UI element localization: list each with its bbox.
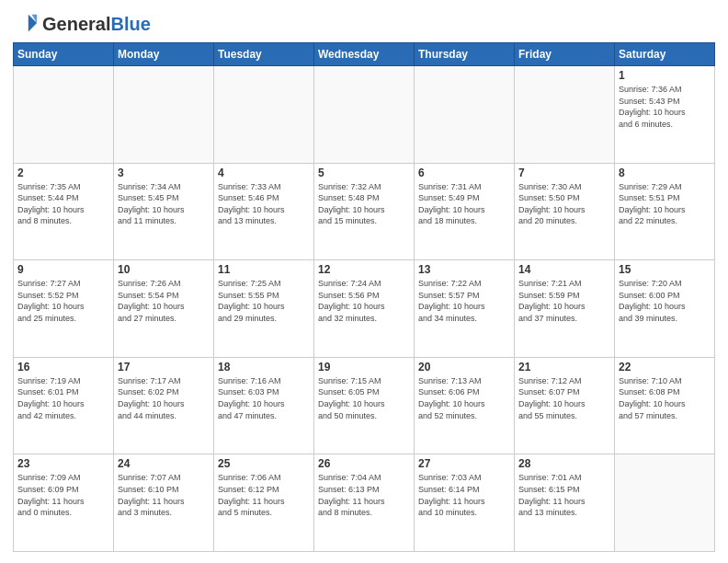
day-cell: 23Sunrise: 7:09 AM Sunset: 6:09 PM Dayli… xyxy=(14,454,114,552)
day-info: Sunrise: 7:06 AM Sunset: 6:12 PM Dayligh… xyxy=(218,472,310,518)
day-number: 15 xyxy=(619,263,711,276)
day-number: 27 xyxy=(418,457,510,470)
day-cell xyxy=(214,66,314,164)
day-cell: 22Sunrise: 7:10 AM Sunset: 6:08 PM Dayli… xyxy=(615,357,715,454)
day-cell xyxy=(515,66,615,164)
day-number: 17 xyxy=(118,361,210,373)
day-number: 3 xyxy=(118,167,210,179)
day-number: 19 xyxy=(318,361,410,373)
day-info: Sunrise: 7:20 AM Sunset: 6:00 PM Dayligh… xyxy=(619,278,711,324)
day-number: 10 xyxy=(118,263,210,276)
day-info: Sunrise: 7:09 AM Sunset: 6:09 PM Dayligh… xyxy=(17,472,109,518)
day-header-sunday: Sunday xyxy=(14,43,114,66)
day-info: Sunrise: 7:10 AM Sunset: 6:08 PM Dayligh… xyxy=(619,375,711,421)
week-row-1: 1Sunrise: 7:36 AM Sunset: 5:43 PM Daylig… xyxy=(14,66,715,164)
day-info: Sunrise: 7:30 AM Sunset: 5:50 PM Dayligh… xyxy=(518,181,610,227)
day-info: Sunrise: 7:25 AM Sunset: 5:55 PM Dayligh… xyxy=(218,278,310,324)
day-cell xyxy=(114,66,214,164)
day-cell: 15Sunrise: 7:20 AM Sunset: 6:00 PM Dayli… xyxy=(615,260,715,358)
day-info: Sunrise: 7:29 AM Sunset: 5:51 PM Dayligh… xyxy=(619,181,711,227)
day-number: 8 xyxy=(619,167,711,179)
day-cell: 10Sunrise: 7:26 AM Sunset: 5:54 PM Dayli… xyxy=(114,260,214,358)
day-cell: 17Sunrise: 7:17 AM Sunset: 6:02 PM Dayli… xyxy=(114,357,214,454)
day-info: Sunrise: 7:13 AM Sunset: 6:06 PM Dayligh… xyxy=(418,375,510,421)
day-info: Sunrise: 7:12 AM Sunset: 6:07 PM Dayligh… xyxy=(518,375,610,421)
day-cell: 7Sunrise: 7:30 AM Sunset: 5:50 PM Daylig… xyxy=(515,163,615,260)
day-number: 23 xyxy=(17,457,109,470)
day-info: Sunrise: 7:33 AM Sunset: 5:46 PM Dayligh… xyxy=(218,181,310,227)
day-info: Sunrise: 7:16 AM Sunset: 6:03 PM Dayligh… xyxy=(218,375,310,421)
day-header-saturday: Saturday xyxy=(615,43,715,66)
day-cell: 16Sunrise: 7:19 AM Sunset: 6:01 PM Dayli… xyxy=(14,357,114,454)
day-header-monday: Monday xyxy=(114,43,214,66)
day-cell: 25Sunrise: 7:06 AM Sunset: 6:12 PM Dayli… xyxy=(214,454,314,552)
day-number: 14 xyxy=(518,263,610,276)
day-info: Sunrise: 7:24 AM Sunset: 5:56 PM Dayligh… xyxy=(318,278,410,324)
day-number: 16 xyxy=(17,361,109,373)
day-number: 26 xyxy=(318,457,410,470)
day-info: Sunrise: 7:19 AM Sunset: 6:01 PM Dayligh… xyxy=(17,375,109,421)
day-number: 21 xyxy=(518,361,610,373)
day-number: 7 xyxy=(518,167,610,179)
day-number: 18 xyxy=(218,361,310,373)
days-header-row: SundayMondayTuesdayWednesdayThursdayFrid… xyxy=(14,43,715,66)
day-cell: 1Sunrise: 7:36 AM Sunset: 5:43 PM Daylig… xyxy=(615,66,715,164)
day-cell: 18Sunrise: 7:16 AM Sunset: 6:03 PM Dayli… xyxy=(214,357,314,454)
day-number: 13 xyxy=(418,263,510,276)
day-number: 4 xyxy=(218,167,310,179)
logo-icon xyxy=(13,11,39,37)
day-cell: 24Sunrise: 7:07 AM Sunset: 6:10 PM Dayli… xyxy=(114,454,214,552)
day-info: Sunrise: 7:32 AM Sunset: 5:48 PM Dayligh… xyxy=(318,181,410,227)
day-cell: 21Sunrise: 7:12 AM Sunset: 6:07 PM Dayli… xyxy=(515,357,615,454)
day-cell: 3Sunrise: 7:34 AM Sunset: 5:45 PM Daylig… xyxy=(114,163,214,260)
day-cell: 9Sunrise: 7:27 AM Sunset: 5:52 PM Daylig… xyxy=(14,260,114,358)
day-cell: 27Sunrise: 7:03 AM Sunset: 6:14 PM Dayli… xyxy=(415,454,515,552)
day-number: 25 xyxy=(218,457,310,470)
day-number: 5 xyxy=(318,167,410,179)
logo-text: GeneralBlue xyxy=(42,15,151,33)
day-info: Sunrise: 7:31 AM Sunset: 5:49 PM Dayligh… xyxy=(418,181,510,227)
day-number: 2 xyxy=(17,167,109,179)
day-cell: 26Sunrise: 7:04 AM Sunset: 6:13 PM Dayli… xyxy=(314,454,415,552)
day-info: Sunrise: 7:17 AM Sunset: 6:02 PM Dayligh… xyxy=(118,375,210,421)
day-header-tuesday: Tuesday xyxy=(214,43,314,66)
day-cell: 19Sunrise: 7:15 AM Sunset: 6:05 PM Dayli… xyxy=(314,357,415,454)
day-cell xyxy=(615,454,715,552)
day-info: Sunrise: 7:26 AM Sunset: 5:54 PM Dayligh… xyxy=(118,278,210,324)
week-row-2: 2Sunrise: 7:35 AM Sunset: 5:44 PM Daylig… xyxy=(14,163,715,260)
day-cell: 5Sunrise: 7:32 AM Sunset: 5:48 PM Daylig… xyxy=(314,163,415,260)
day-cell: 14Sunrise: 7:21 AM Sunset: 5:59 PM Dayli… xyxy=(515,260,615,358)
day-number: 12 xyxy=(318,263,410,276)
day-number: 28 xyxy=(518,457,610,470)
day-number: 9 xyxy=(17,263,109,276)
day-cell xyxy=(314,66,415,164)
day-info: Sunrise: 7:35 AM Sunset: 5:44 PM Dayligh… xyxy=(17,181,109,227)
day-info: Sunrise: 7:03 AM Sunset: 6:14 PM Dayligh… xyxy=(418,472,510,518)
day-header-wednesday: Wednesday xyxy=(314,43,415,66)
day-number: 6 xyxy=(418,167,510,179)
page: GeneralBlue SundayMondayTuesdayWednesday… xyxy=(0,0,728,563)
day-cell: 2Sunrise: 7:35 AM Sunset: 5:44 PM Daylig… xyxy=(14,163,114,260)
day-info: Sunrise: 7:22 AM Sunset: 5:57 PM Dayligh… xyxy=(418,278,510,324)
day-cell: 4Sunrise: 7:33 AM Sunset: 5:46 PM Daylig… xyxy=(214,163,314,260)
day-number: 24 xyxy=(118,457,210,470)
day-cell: 11Sunrise: 7:25 AM Sunset: 5:55 PM Dayli… xyxy=(214,260,314,358)
day-number: 20 xyxy=(418,361,510,373)
day-info: Sunrise: 7:07 AM Sunset: 6:10 PM Dayligh… xyxy=(118,472,210,518)
week-row-4: 16Sunrise: 7:19 AM Sunset: 6:01 PM Dayli… xyxy=(14,357,715,454)
logo: GeneralBlue xyxy=(13,11,151,37)
day-cell: 6Sunrise: 7:31 AM Sunset: 5:49 PM Daylig… xyxy=(415,163,515,260)
day-info: Sunrise: 7:27 AM Sunset: 5:52 PM Dayligh… xyxy=(17,278,109,324)
header: GeneralBlue xyxy=(13,11,715,37)
day-info: Sunrise: 7:01 AM Sunset: 6:15 PM Dayligh… xyxy=(518,472,610,518)
day-info: Sunrise: 7:15 AM Sunset: 6:05 PM Dayligh… xyxy=(318,375,410,421)
day-cell: 13Sunrise: 7:22 AM Sunset: 5:57 PM Dayli… xyxy=(415,260,515,358)
day-cell: 12Sunrise: 7:24 AM Sunset: 5:56 PM Dayli… xyxy=(314,260,415,358)
day-info: Sunrise: 7:04 AM Sunset: 6:13 PM Dayligh… xyxy=(318,472,410,518)
week-row-5: 23Sunrise: 7:09 AM Sunset: 6:09 PM Dayli… xyxy=(14,454,715,552)
day-cell: 8Sunrise: 7:29 AM Sunset: 5:51 PM Daylig… xyxy=(615,163,715,260)
day-cell xyxy=(415,66,515,164)
day-info: Sunrise: 7:36 AM Sunset: 5:43 PM Dayligh… xyxy=(619,84,711,130)
day-info: Sunrise: 7:34 AM Sunset: 5:45 PM Dayligh… xyxy=(118,181,210,227)
day-info: Sunrise: 7:21 AM Sunset: 5:59 PM Dayligh… xyxy=(518,278,610,324)
